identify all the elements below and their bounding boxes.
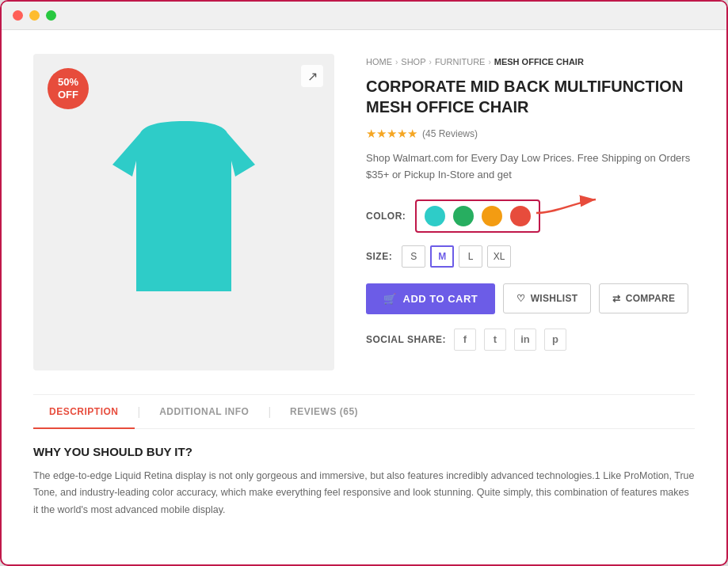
action-row: 🛒 ADD TO CART ♡ WISHLIST ⇄ COMPARE <box>366 283 695 314</box>
breadcrumb: HOME › SHOP › FURNITURE › MESH OFFICE CH… <box>366 57 695 66</box>
main-content: 50% OFF ↗ HOME › SHOP › FURNITURE <box>2 30 726 564</box>
size-m[interactable]: M <box>430 245 454 268</box>
size-options: S M L XL <box>402 245 511 268</box>
add-to-cart-button[interactable]: 🛒 ADD TO CART <box>366 283 495 314</box>
pinterest-share-button[interactable]: p <box>544 329 566 351</box>
color-box <box>415 199 540 233</box>
compare-icon: ⇄ <box>612 293 620 304</box>
color-option-green[interactable] <box>453 206 474 226</box>
product-image <box>97 117 271 307</box>
rating-row: ★★★★★ (45 Reviews) <box>366 127 695 141</box>
product-description: Shop Walmart.com for Every Day Low Price… <box>366 150 695 184</box>
description-title: WHY YOU SHOULD BUY IT? <box>33 445 695 458</box>
social-share-row: SOCIAL SHARE: f t in p <box>366 329 695 351</box>
breadcrumb-current: MESH OFFICE CHAIR <box>494 57 584 66</box>
heart-icon: ♡ <box>516 293 525 304</box>
twitter-share-button[interactable]: t <box>484 329 506 351</box>
breadcrumb-arrow-1: › <box>395 58 398 66</box>
tabs-section: DESCRIPTION | ADDITIONAL INFO | REVIEWS … <box>33 394 695 526</box>
color-selector-row: COLOR: <box>366 199 695 233</box>
facebook-share-button[interactable]: f <box>454 329 476 351</box>
cart-icon: 🛒 <box>383 293 397 305</box>
size-l[interactable]: L <box>459 245 482 268</box>
star-rating: ★★★★★ <box>366 127 417 141</box>
compare-button[interactable]: ⇄ COMPARE <box>599 283 688 313</box>
tab-description[interactable]: DESCRIPTION <box>33 395 135 428</box>
tabs-row: DESCRIPTION | ADDITIONAL INFO | REVIEWS … <box>33 395 695 429</box>
minimize-button[interactable] <box>29 10 40 21</box>
titlebar <box>2 2 726 30</box>
compare-label: COMPARE <box>626 293 676 304</box>
review-count: (45 Reviews) <box>422 128 478 139</box>
size-s[interactable]: S <box>402 245 425 268</box>
description-text: The edge-to-edge Liquid Retina display i… <box>33 468 695 519</box>
product-section: 50% OFF ↗ HOME › SHOP › FURNITURE <box>33 54 695 370</box>
size-label: SIZE: <box>366 251 392 262</box>
tab-divider-1: | <box>135 405 144 418</box>
wishlist-button[interactable]: ♡ WISHLIST <box>503 283 591 313</box>
add-to-cart-label: ADD TO CART <box>403 293 478 305</box>
badge-percent: 50% <box>58 76 78 89</box>
close-button[interactable] <box>13 10 23 21</box>
breadcrumb-arrow-2: › <box>429 58 432 66</box>
product-image-container: 50% OFF ↗ <box>33 54 334 370</box>
description-section: WHY YOU SHOULD BUY IT? The edge-to-edge … <box>33 429 695 526</box>
product-info: HOME › SHOP › FURNITURE › MESH OFFICE CH… <box>366 54 695 370</box>
size-xl[interactable]: XL <box>487 245 511 268</box>
color-selector-wrapper <box>415 199 540 233</box>
tab-reviews[interactable]: REVIEWS (65) <box>274 395 374 428</box>
breadcrumb-arrow-3: › <box>488 58 490 66</box>
breadcrumb-shop: SHOP <box>401 57 425 66</box>
color-option-red[interactable] <box>510 206 531 226</box>
sale-badge: 50% OFF <box>48 68 89 109</box>
app-window: 50% OFF ↗ HOME › SHOP › FURNITURE <box>0 0 728 566</box>
maximize-button[interactable] <box>46 10 56 21</box>
social-share-label: SOCIAL SHARE: <box>366 334 446 345</box>
color-option-teal[interactable] <box>425 206 445 226</box>
product-title: CORPORATE MID BACK MULTIFUNCTION MESH OF… <box>366 76 695 117</box>
breadcrumb-furniture: FURNITURE <box>435 57 486 66</box>
badge-off: OFF <box>58 89 78 101</box>
tab-additional-info[interactable]: ADDITIONAL INFO <box>143 395 265 428</box>
breadcrumb-home: HOME <box>366 57 392 66</box>
linkedin-share-button[interactable]: in <box>514 329 536 351</box>
tab-divider-2: | <box>265 405 274 418</box>
color-option-yellow[interactable] <box>482 206 502 226</box>
wishlist-label: WISHLIST <box>531 293 578 304</box>
size-selector-row: SIZE: S M L XL <box>366 245 695 268</box>
annotation-arrow <box>532 193 604 233</box>
expand-button[interactable]: ↗ <box>301 65 323 87</box>
color-label: COLOR: <box>366 211 406 222</box>
